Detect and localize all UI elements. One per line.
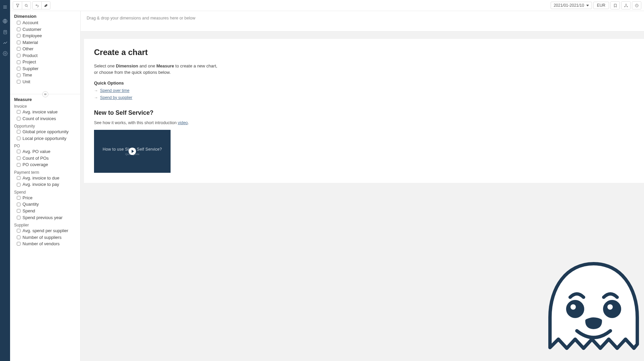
- dimension-item[interactable]: Product: [14, 52, 76, 59]
- dimension-checkbox[interactable]: [17, 47, 20, 51]
- measure-item[interactable]: Count of invoices: [14, 115, 76, 122]
- globe-icon[interactable]: [0, 16, 10, 26]
- measure-label: Avg. invoice value: [22, 109, 58, 115]
- quick-link[interactable]: Spend by supplier: [100, 95, 132, 100]
- toolbar: 2021/01-2021/10 EUR: [10, 0, 644, 11]
- measure-checkbox[interactable]: [17, 150, 20, 153]
- dimension-checkbox[interactable]: [17, 67, 20, 70]
- share-button[interactable]: [622, 2, 630, 9]
- dimension-checkbox[interactable]: [17, 60, 20, 64]
- dimension-item[interactable]: Time: [14, 72, 76, 79]
- measure-checkbox[interactable]: [17, 156, 20, 160]
- currency-selector[interactable]: EUR: [593, 2, 609, 9]
- measure-item[interactable]: Number of vendors: [14, 241, 76, 247]
- measure-label: Count of POs: [22, 155, 49, 161]
- measure-item[interactable]: Avg. spend per supplier: [14, 227, 76, 234]
- measure-item[interactable]: Local price opportunity: [14, 135, 76, 142]
- intro-header: New to Self Service?: [94, 109, 634, 116]
- search-button[interactable]: [22, 2, 31, 9]
- measure-item[interactable]: Avg. invoice to due: [14, 175, 76, 182]
- dimension-checkbox[interactable]: [17, 28, 20, 31]
- undo-button[interactable]: [33, 2, 41, 9]
- panel-divider-handle[interactable]: [42, 91, 48, 97]
- filter-button[interactable]: [13, 2, 22, 9]
- measure-label: Number of suppliers: [22, 235, 61, 241]
- clock-button[interactable]: [632, 2, 641, 9]
- quick-link-row: →Spend by supplier: [94, 95, 634, 100]
- measure-label: Count of invoices: [22, 116, 56, 122]
- measure-label: Avg. invoice to pay: [22, 182, 59, 188]
- measure-item[interactable]: Quantity: [14, 201, 76, 208]
- measure-label: Avg. spend per supplier: [22, 228, 68, 234]
- dimension-item[interactable]: Supplier: [14, 65, 76, 72]
- mascot-image: [540, 260, 644, 361]
- measure-checkbox[interactable]: [17, 130, 20, 134]
- measure-group-label: Supplier: [14, 223, 76, 227]
- measure-item[interactable]: Price: [14, 195, 76, 201]
- dimension-item[interactable]: Other: [14, 46, 76, 52]
- dimension-item[interactable]: Employee: [14, 33, 76, 39]
- intro-text: See how it works, with this short introd…: [94, 120, 634, 125]
- measure-checkbox[interactable]: [17, 203, 20, 206]
- sidepanel: Dimension AccountCustomerEmployeeMateria…: [10, 11, 81, 361]
- measure-checkbox[interactable]: [17, 242, 20, 246]
- dimension-label: Account: [22, 20, 38, 26]
- measure-item[interactable]: Avg. invoice to pay: [14, 181, 76, 188]
- measure-checkbox[interactable]: [17, 163, 20, 167]
- measure-label: Avg. PO value: [22, 149, 50, 155]
- measure-item[interactable]: Spend previous year: [14, 214, 76, 221]
- measure-label: Local price opportunity: [22, 136, 66, 142]
- dimension-item[interactable]: Account: [14, 19, 76, 26]
- measure-checkbox[interactable]: [17, 236, 20, 239]
- dimension-item[interactable]: Project: [14, 59, 76, 65]
- quick-options-header: Quick Options: [94, 81, 634, 86]
- measure-group-label: PO: [14, 144, 76, 148]
- measure-item[interactable]: Avg. invoice value: [14, 109, 76, 115]
- dimension-item[interactable]: Material: [14, 39, 76, 46]
- measure-group-label: Payment term: [14, 170, 76, 175]
- dimension-label: Supplier: [22, 66, 39, 72]
- measure-item[interactable]: Spend: [14, 208, 76, 214]
- measure-checkbox[interactable]: [17, 137, 20, 140]
- dimension-label: Unit: [22, 79, 30, 85]
- dimension-checkbox[interactable]: [17, 34, 20, 38]
- card-instruction: Select one Dimension and one Measure to …: [94, 63, 634, 76]
- quick-link[interactable]: Spend over time: [100, 88, 129, 93]
- date-range-selector[interactable]: 2021/01-2021/10: [551, 2, 592, 9]
- dimension-checkbox[interactable]: [17, 41, 20, 44]
- video-thumbnail[interactable]: How to use Sievo Self Service? Quick gui…: [94, 130, 171, 173]
- measure-checkbox[interactable]: [17, 110, 20, 114]
- measure-item[interactable]: Global price opportunity: [14, 128, 76, 135]
- arrow-icon: →: [94, 95, 98, 100]
- measure-checkbox[interactable]: [17, 183, 20, 187]
- measure-checkbox[interactable]: [17, 229, 20, 233]
- trend-icon[interactable]: [0, 38, 10, 48]
- intro-video-link[interactable]: video: [178, 120, 188, 125]
- measure-checkbox[interactable]: [17, 196, 20, 200]
- date-range-value: 2021/01-2021/10: [554, 3, 584, 8]
- dimension-item[interactable]: Customer: [14, 26, 76, 33]
- measure-checkbox[interactable]: [17, 176, 20, 180]
- measure-checkbox[interactable]: [17, 216, 20, 219]
- dimension-checkbox[interactable]: [17, 73, 20, 77]
- dimension-checkbox[interactable]: [17, 21, 20, 24]
- eraser-button[interactable]: [41, 2, 50, 9]
- dimension-label: Customer: [22, 27, 41, 33]
- menu-icon[interactable]: [0, 2, 10, 12]
- measure-item[interactable]: Number of suppliers: [14, 234, 76, 241]
- settings-icon[interactable]: [0, 48, 10, 58]
- measure-item[interactable]: PO coverage: [14, 161, 76, 168]
- measure-label: Global price opportunity: [22, 129, 68, 135]
- dimension-checkbox[interactable]: [17, 54, 20, 57]
- measure-checkbox[interactable]: [17, 209, 20, 213]
- measure-label: Avg. invoice to due: [22, 175, 59, 181]
- bookmark-button[interactable]: [611, 2, 619, 9]
- dimension-checkbox[interactable]: [17, 80, 20, 84]
- measure-item[interactable]: Count of POs: [14, 155, 76, 162]
- dropzone[interactable]: Drag & drop your dimensions and measures…: [81, 11, 644, 32]
- measure-item[interactable]: Avg. PO value: [14, 148, 76, 155]
- clipboard-icon[interactable]: [0, 27, 10, 37]
- measure-checkbox[interactable]: [17, 117, 20, 120]
- dimension-item[interactable]: Unit: [14, 79, 76, 85]
- dimension-label: Product: [22, 53, 38, 59]
